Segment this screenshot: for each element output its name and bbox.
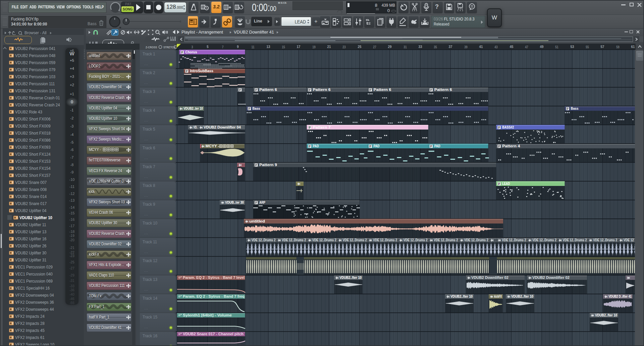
svg-text:Pattern 4: Pattern 4 (502, 144, 520, 148)
svg-text:Pattern 9: Pattern 9 (259, 163, 277, 167)
svg-text:VDUB2..fter 10: VDUB2..fter 10 (511, 294, 533, 298)
svg-text:Chorus: Chorus (185, 50, 197, 54)
svg-text:Pattern 6: Pattern 6 (313, 88, 331, 92)
svg-text:Pattern 6: Pattern 6 (259, 88, 277, 92)
svg-text:VDUB2 D..ifter 41: VDUB2 D..ifter 41 (608, 294, 632, 298)
svg-text:VDE 12..Drums 2: VDE 12..Drums 2 (252, 238, 276, 242)
svg-text:VDE 12..Drums 2: VDE 12..Drums 2 (502, 238, 526, 242)
svg-text:kickFX: kickFX (494, 294, 502, 298)
svg-text:VDE 12: VDE 12 (624, 238, 634, 242)
svg-text:Param. EQ 2 - Sytrus - Band 7: Param. EQ 2 - Sytrus - Band 7 level (183, 276, 245, 280)
svg-text:untitled: untitled (249, 219, 265, 223)
svg-text:VDE 12..Drums 2: VDE 12..Drums 2 (532, 238, 556, 242)
svg-text:VD.: VD. (194, 125, 198, 129)
svg-text:MCYY -: MCYY - (206, 144, 219, 148)
svg-text:Bass: Bass (571, 106, 579, 110)
svg-text:Bass: Bass (253, 106, 260, 110)
svg-text:VDE 12..Drums 2: VDE 12..Drums 2 (593, 238, 617, 242)
svg-text:VDE 12..Drums 2: VDE 12..Drums 2 (373, 238, 397, 242)
svg-text:Param. EQ 2 - Sytrus - Band 7: Param. EQ 2 - Sytrus - Band 7 freq (183, 294, 245, 298)
svg-text:Pattern 6: Pattern 6 (434, 88, 452, 92)
svg-text:VDUB..ter 30: VDUB..ter 30 (225, 200, 244, 204)
svg-text:BASS#2: BASS#2 (502, 125, 514, 129)
svg-text:PAD: PAD (434, 144, 440, 148)
svg-text:VDE 12..Drums 2: VDE 12..Drums 2 (434, 238, 458, 242)
svg-text:VDE 12..Drums 2: VDE 12..Drums 2 (342, 238, 367, 242)
svg-text:Pattern 6: Pattern 6 (374, 88, 391, 92)
svg-text:VDUB2 Downlifter 02: VDUB2 Downlifter 02 (471, 276, 508, 280)
svg-text:VDE 12..Drums 2: VDE 12..Drums 2 (312, 238, 336, 242)
svg-text:Sylenth1 [64bit] - Volume: Sylenth1 [64bit] - Volume (183, 313, 232, 317)
svg-text:VDUB2 Snare 017 - Channel pitc: VDUB2 Snare 017 - Channel pitch (183, 332, 244, 336)
svg-text:VDE 12..Drums 2: VDE 12..Drums 2 (464, 238, 488, 242)
svg-text:ARP: ARP (259, 200, 265, 204)
svg-text:VDUB2..ter 10: VDUB2..ter 10 (183, 106, 203, 110)
svg-text:VDUB2 Downlifter 02: VDUB2 Downlifter 02 (532, 276, 570, 280)
svg-text:VDUB2 Downlifter 04: VDUB2 Downlifter 04 (204, 125, 241, 129)
svg-text:VDE 12..Drums 2: VDE 12..Drums 2 (404, 238, 428, 242)
svg-text:VDUB2..fter 10: VDUB2..fter 10 (339, 276, 362, 280)
svg-text:Pattern 7: Pattern 7 (313, 125, 331, 129)
svg-text:VDUB2..fter 10: VDUB2..fter 10 (450, 294, 473, 298)
svg-text:VDE 12..Drums 2: VDE 12..Drums 2 (563, 238, 587, 242)
svg-text:IntroSubBass: IntroSubBass (190, 69, 213, 73)
svg-text:PAD: PAD (313, 144, 319, 148)
svg-text:LEAD: LEAD (502, 182, 510, 186)
svg-text:VDE 12..Drums 2: VDE 12..Drums 2 (282, 238, 306, 242)
svg-text:PAD: PAD (374, 144, 380, 148)
svg-text:VDUB2..fter 10: VDUB2..fter 10 (595, 313, 617, 317)
